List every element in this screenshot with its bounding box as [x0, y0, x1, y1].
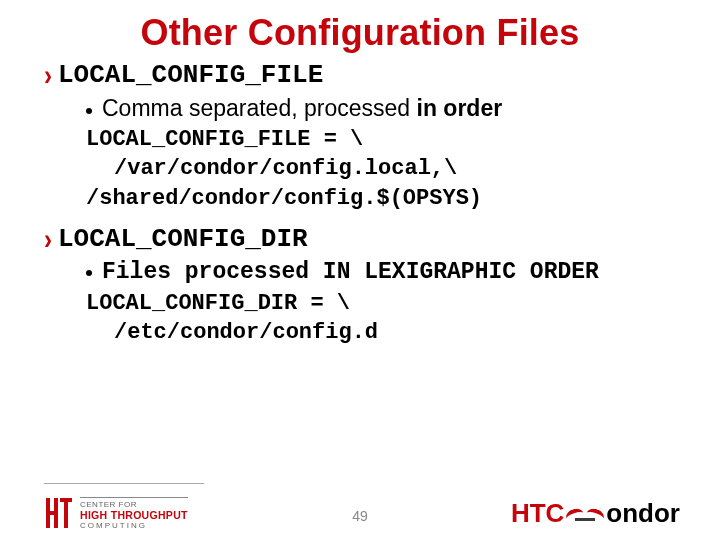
bullet-text: Comma separated, processed in order	[102, 94, 502, 123]
bullet-icon	[86, 270, 92, 276]
bullet-item: Files processed IN LEXIGRAPHIC ORDER	[86, 258, 676, 287]
htcondor-text-red: HTC	[511, 498, 564, 528]
footer: CENTER FOR HIGH THROUGHPUT COMPUTING HTC…	[0, 497, 720, 530]
bullet-text-part: Comma separated, processed	[102, 95, 417, 121]
code-line: /etc/condor/config.d	[114, 318, 676, 348]
htcondor-text: ondor	[606, 498, 680, 529]
section-heading: LOCAL_CONFIG_FILE	[58, 60, 323, 90]
footer-left-text: CENTER FOR HIGH THROUGHPUT COMPUTING	[80, 497, 188, 530]
code-line: /var/condor/config.local,\	[114, 154, 676, 184]
ht-mark-icon	[46, 498, 72, 528]
bullet-icon	[86, 108, 92, 114]
bullet-text: Files processed IN LEXIGRAPHIC ORDER	[102, 258, 599, 287]
htcondor-text-black: ondor	[606, 498, 680, 528]
code-line: LOCAL_CONFIG_DIR = \	[86, 289, 676, 319]
chevron-icon: ›	[44, 60, 52, 90]
htcondor-text: HTC	[511, 498, 564, 529]
code-line: /shared/condor/config.$(OPSYS)	[86, 184, 676, 214]
section-heading: LOCAL_CONFIG_DIR	[58, 224, 308, 254]
footer-right-logo: HTC ondor	[511, 498, 680, 529]
bullet-item: Comma separated, processed in order	[86, 94, 676, 123]
section-body: Files processed IN LEXIGRAPHIC ORDER LOC…	[86, 258, 676, 348]
footer-left-line3: COMPUTING	[80, 521, 188, 530]
footer-left-line2: HIGH THROUGHPUT	[80, 509, 188, 521]
code-line: LOCAL_CONFIG_FILE = \	[86, 125, 676, 155]
section-heading-row: › LOCAL_CONFIG_DIR	[44, 224, 676, 254]
bullet-text-bold: in order	[417, 95, 503, 121]
footer-left-line1: CENTER FOR	[80, 500, 188, 509]
slide: Other Configuration Files › LOCAL_CONFIG…	[0, 0, 720, 540]
bird-icon	[568, 501, 602, 523]
section-body: Comma separated, processed in order LOCA…	[86, 94, 676, 214]
slide-title: Other Configuration Files	[44, 12, 676, 54]
chevron-icon: ›	[44, 224, 52, 254]
footer-left-logo: CENTER FOR HIGH THROUGHPUT COMPUTING	[46, 497, 188, 530]
divider	[44, 483, 204, 484]
section-heading-row: › LOCAL_CONFIG_FILE	[44, 60, 676, 90]
